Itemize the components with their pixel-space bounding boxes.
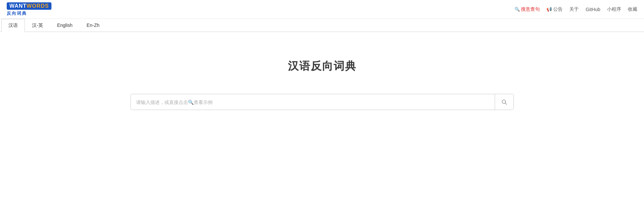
site-header: WANTWORDS 反向词典 🔍 搜意查句 📢 公告 关于 GitHub 小程序… <box>0 0 644 19</box>
tabs-bar: 汉语 汉-英 English En-Zh <box>0 19 644 32</box>
logo-badge[interactable]: WANTWORDS <box>7 2 51 10</box>
nav-search-link[interactable]: 🔍 搜意查句 <box>515 6 540 12</box>
search-input[interactable] <box>131 94 495 110</box>
search-container <box>130 94 514 110</box>
nav-github-link[interactable]: GitHub <box>585 7 600 12</box>
search-nav-icon: 🔍 <box>515 7 520 12</box>
logo-subtitle: 反向词典 <box>7 10 27 16</box>
megaphone-icon: 📢 <box>546 7 552 12</box>
logo-want: WANT <box>9 3 27 9</box>
nav-announce-link[interactable]: 📢 公告 <box>546 6 563 12</box>
nav-right: 🔍 搜意查句 📢 公告 关于 GitHub 小程序 收藏 <box>515 6 637 12</box>
tab-english[interactable]: English <box>50 19 80 32</box>
tab-en-zh[interactable]: En-Zh <box>80 19 107 32</box>
logo-words: WORDS <box>27 3 49 9</box>
nav-collect-link[interactable]: 收藏 <box>628 6 637 12</box>
nav-announce-label: 公告 <box>553 6 563 12</box>
search-button[interactable] <box>495 94 514 110</box>
nav-miniapp-link[interactable]: 小程序 <box>607 6 621 12</box>
logo-area: WANTWORDS 反向词典 <box>7 2 51 16</box>
nav-about-link[interactable]: 关于 <box>569 6 579 12</box>
tab-zh-en[interactable]: 汉-英 <box>25 19 50 32</box>
page-title: 汉语反向词典 <box>288 59 356 74</box>
search-icon <box>501 99 507 105</box>
main-content: 汉语反向词典 <box>0 32 644 110</box>
svg-line-1 <box>505 103 506 104</box>
tab-zh[interactable]: 汉语 <box>1 19 25 32</box>
nav-search-label: 搜意查句 <box>521 6 540 12</box>
